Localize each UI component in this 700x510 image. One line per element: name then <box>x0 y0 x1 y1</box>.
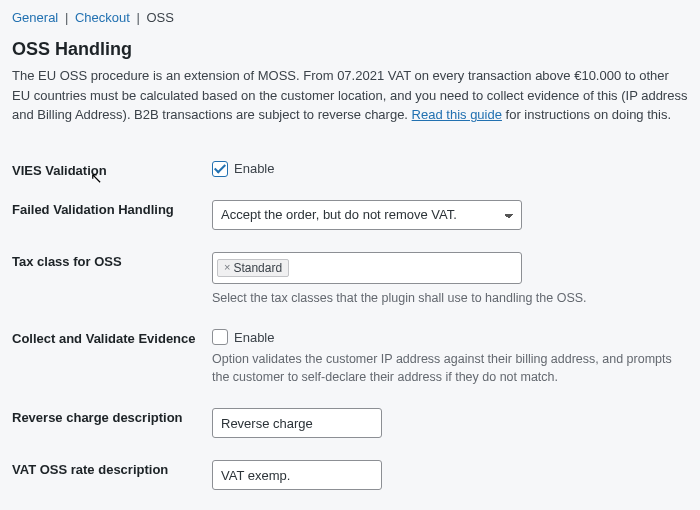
tax-class-tag[interactable]: ×Standard <box>217 259 289 277</box>
evidence-enable-checkbox[interactable] <box>212 329 228 345</box>
vies-enable-wrapper[interactable]: Enable <box>212 161 688 177</box>
vies-enable-label: Enable <box>234 161 274 176</box>
evidence-help: Option validates the customer IP address… <box>212 351 688 386</box>
tax-class-input[interactable]: ×Standard <box>212 252 522 284</box>
label-failed-validation: Failed Validation Handling <box>12 190 212 242</box>
evidence-enable-wrapper[interactable]: Enable <box>212 329 688 345</box>
page-title: OSS Handling <box>12 39 688 60</box>
read-guide-link[interactable]: Read this guide <box>412 107 502 122</box>
tax-class-help: Select the tax classes that the plugin s… <box>212 290 688 308</box>
breadcrumb-link-checkout[interactable]: Checkout <box>75 10 130 25</box>
desc-text-post: for instructions on doing this. <box>502 107 671 122</box>
failed-validation-select[interactable]: Accept the order, but do not remove VAT. <box>212 200 522 230</box>
reverse-charge-input[interactable] <box>212 408 382 438</box>
close-icon[interactable]: × <box>224 262 230 273</box>
vat-oss-input[interactable] <box>212 460 382 490</box>
label-evidence: Collect and Validate Evidence <box>12 319 212 398</box>
breadcrumb-separator: | <box>65 10 68 25</box>
section-description: The EU OSS procedure is an extension of … <box>12 66 688 125</box>
evidence-enable-label: Enable <box>234 330 274 345</box>
breadcrumb: General | Checkout | OSS <box>12 10 688 25</box>
breadcrumb-separator: | <box>136 10 139 25</box>
breadcrumb-current: OSS <box>146 10 173 25</box>
tag-label: Standard <box>233 261 282 275</box>
label-reverse-charge: Reverse charge description <box>12 398 212 450</box>
label-vies-validation: VIES Validation <box>12 151 212 190</box>
label-tax-class: Tax class for OSS <box>12 242 212 320</box>
breadcrumb-link-general[interactable]: General <box>12 10 58 25</box>
vies-enable-checkbox[interactable] <box>212 161 228 177</box>
label-vat-oss: VAT OSS rate description <box>12 450 212 502</box>
